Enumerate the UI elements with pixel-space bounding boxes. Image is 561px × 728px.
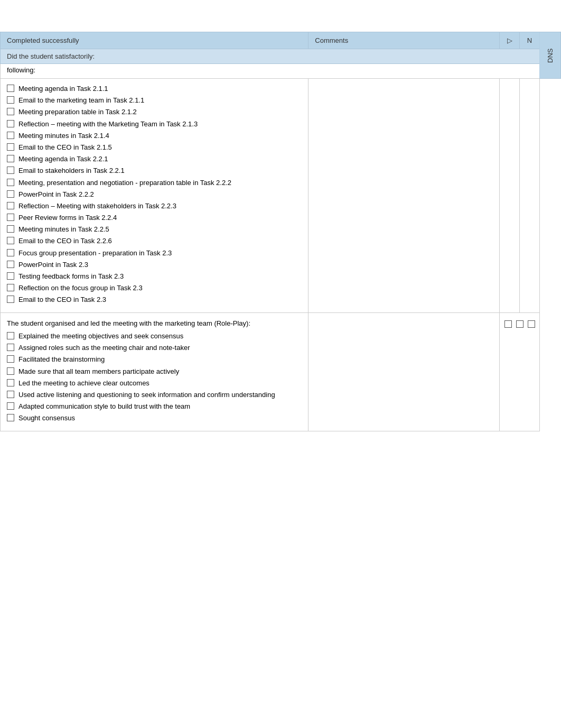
list-item: Made sure that all team members particip… [7, 367, 302, 376]
list-item: Explained the meeting objectives and see… [7, 331, 302, 341]
dns-cell: DNS [539, 32, 560, 79]
bullet-icon [7, 108, 14, 115]
list-item-text: Assigned roles such as the meeting chair… [18, 343, 190, 353]
list-item-text: Meeting, presentation and negotiation - … [18, 178, 231, 188]
checkbox-0[interactable] [504, 320, 512, 328]
list-item-text: PowerPoint in Task 2.2.2 [18, 190, 94, 199]
list-item: Meeting, presentation and negotiation - … [7, 178, 302, 188]
list-item: Led the meeting to achieve clear outcome… [7, 379, 302, 388]
bullet-icon [7, 214, 14, 221]
section2-row: The student organised and led the meetin… [1, 312, 561, 431]
main-table: Completed successfully Comments ▷ N DNS … [0, 32, 561, 431]
list-item: Reflection – meeting with the Marketing … [7, 119, 302, 129]
bullet-icon [7, 190, 14, 198]
bullet-icon [7, 85, 14, 92]
header-col3: ▷ [500, 32, 520, 49]
list-item: Reflection on the focus group in Task 2.… [7, 283, 302, 293]
section2-list: Explained the meeting objectives and see… [7, 331, 302, 423]
section1-row: Meeting agenda in Task 2.1.1Email to the… [1, 79, 561, 313]
list-item-text: Testing feedback forms in Task 2.3 [18, 272, 124, 281]
following-label: following: [1, 64, 540, 79]
list-item: Reflection – Meeting with stakeholders i… [7, 201, 302, 211]
bullet-icon [7, 367, 14, 375]
list-item-text: Email to the CEO in Task 2.2.6 [18, 236, 112, 246]
list-item-text: Reflection – Meeting with stakeholders i… [18, 201, 176, 211]
bullet-icon [7, 391, 14, 398]
list-item: PowerPoint in Task 2.2.2 [7, 190, 302, 199]
bullet-icon [7, 272, 14, 280]
list-item: PowerPoint in Task 2.3 [7, 260, 302, 270]
list-item: Email to the marketing team in Task 2.1.… [7, 96, 302, 105]
list-item: Adapted communication style to build tru… [7, 402, 302, 411]
list-item: Email to stakeholders in Task 2.2.1 [7, 166, 302, 176]
list-item-text: Meeting minutes in Task 2.1.4 [18, 131, 109, 141]
list-item-text: Explained the meeting objectives and see… [18, 331, 183, 341]
bullet-icon [7, 402, 14, 410]
section2-intro: The student organised and led the meetin… [7, 318, 302, 329]
list-item-text: Peer Review forms in Task 2.2.4 [18, 213, 117, 223]
section1-n [520, 79, 539, 313]
bullet-icon [7, 284, 14, 291]
section1-list: Meeting agenda in Task 2.1.1Email to the… [7, 84, 302, 305]
bullet-icon [7, 96, 14, 104]
list-item: Email to the CEO in Task 2.1.5 [7, 143, 302, 152]
list-item: Peer Review forms in Task 2.2.4 [7, 213, 302, 223]
bullet-icon [7, 143, 14, 151]
list-item-text: Email to stakeholders in Task 2.2.1 [18, 166, 125, 176]
section2-checkbox1[interactable] [500, 312, 539, 431]
list-item-text: Email to the CEO in Task 2.1.5 [18, 143, 112, 152]
bullet-icon [7, 332, 14, 339]
list-item-text: PowerPoint in Task 2.3 [18, 260, 88, 270]
bullet-icon [7, 225, 14, 233]
list-item: Email to the CEO in Task 2.3 [7, 295, 302, 305]
list-item-text: Email to the CEO in Task 2.3 [18, 295, 106, 305]
list-item: Meeting agenda in Task 2.1.1 [7, 84, 302, 94]
subheader-text: Did the student satisfactorily: [1, 49, 540, 64]
section1-content: Meeting agenda in Task 2.1.1Email to the… [1, 79, 308, 313]
checkbox-1[interactable] [516, 320, 523, 328]
header-row: Completed successfully Comments ▷ N DNS [1, 32, 561, 49]
section1-comments [308, 79, 500, 313]
list-item: Assigned roles such as the meeting chair… [7, 343, 302, 353]
bullet-icon [7, 344, 14, 351]
list-item: Meeting minutes in Task 2.2.5 [7, 225, 302, 234]
list-item: Focus group presentation - preparation i… [7, 248, 302, 258]
list-item-text: Meeting preparation table in Task 2.1.2 [18, 107, 137, 117]
bullet-icon [7, 414, 14, 421]
bullet-icon [7, 120, 14, 127]
list-item-text: Facilitated the brainstorming [18, 355, 105, 364]
section2-content: The student organised and led the meetin… [1, 312, 308, 431]
bullet-icon [7, 132, 14, 139]
list-item-text: Meeting minutes in Task 2.2.5 [18, 225, 109, 234]
list-item-text: Meeting agenda in Task 2.2.1 [18, 154, 108, 164]
checkbox-2[interactable] [528, 320, 535, 328]
list-item: Sought consensus [7, 413, 302, 423]
list-item-text: Sought consensus [18, 413, 75, 423]
bullet-icon [7, 296, 14, 303]
bullet-icon [7, 355, 14, 363]
section1-arrow [500, 79, 520, 313]
bullet-icon [7, 155, 14, 162]
list-item-text: Reflection – meeting with the Marketing … [18, 119, 198, 129]
list-item-text: Adapted communication style to build tru… [18, 402, 190, 411]
bullet-icon [7, 379, 14, 386]
bullet-icon [7, 237, 14, 244]
following-row: following: [1, 64, 561, 79]
header-col4: N [520, 32, 539, 49]
list-item: Meeting agenda in Task 2.2.1 [7, 154, 302, 164]
list-item-text: Reflection on the focus group in Task 2.… [18, 283, 143, 293]
list-item: Meeting minutes in Task 2.1.4 [7, 131, 302, 141]
list-item: Email to the CEO in Task 2.2.6 [7, 236, 302, 246]
list-item: Facilitated the brainstorming [7, 355, 302, 364]
list-item: Used active listening and questioning to… [7, 390, 302, 400]
header-col2: Comments [308, 32, 500, 49]
bullet-icon [7, 179, 14, 186]
section2-comments [308, 312, 500, 431]
bullet-icon [7, 202, 14, 209]
header-col1: Completed successfully [1, 32, 308, 49]
list-item-text: Led the meeting to achieve clear outcome… [18, 379, 149, 388]
list-item: Meeting preparation table in Task 2.1.2 [7, 107, 302, 117]
list-item-text: Focus group presentation - preparation i… [18, 248, 172, 258]
list-item: Testing feedback forms in Task 2.3 [7, 272, 302, 281]
list-item-text: Meeting agenda in Task 2.1.1 [18, 84, 108, 94]
